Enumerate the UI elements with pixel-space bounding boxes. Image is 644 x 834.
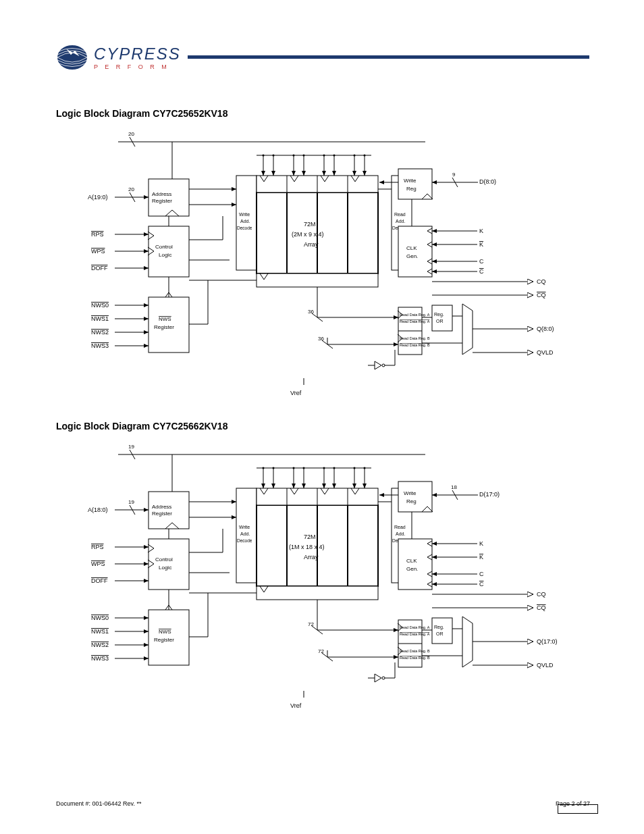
label-nws3-2: NWS3 <box>91 655 109 662</box>
svg-text:Add.: Add. <box>240 531 250 536</box>
svg-text:K: K <box>479 540 483 547</box>
label-qvld: QVLD <box>537 349 554 356</box>
write-dec-1: Write <box>239 212 250 217</box>
label-d-bits2: 18 <box>451 484 457 490</box>
block-diagram-1: A(19:0) 20 Address Register 20 RPS WPS D… <box>88 128 560 405</box>
lower-reg-2 <box>257 586 378 600</box>
svg-text:Vref: Vref <box>290 702 302 709</box>
svg-text:Read Data Reg. A: Read Data Reg. A <box>400 632 430 636</box>
svg-point-127 <box>364 467 366 469</box>
svg-text:Gen.: Gen. <box>406 566 418 572</box>
write-reg-text1: Write <box>404 178 417 184</box>
reg-or-text2: OR <box>436 319 444 323</box>
svg-text:72: 72 <box>308 621 314 627</box>
read-reg-a: Read Data Reg. A <box>400 313 430 317</box>
write-dec-3: Decode <box>237 226 252 230</box>
label-cq: CQ <box>537 278 546 285</box>
label-d: D(8:0) <box>479 178 496 185</box>
svg-text:Read: Read <box>394 525 406 529</box>
label-nws2: NWS2 <box>91 329 109 336</box>
addr-reg-text: Address <box>152 191 171 197</box>
section2-title: Logic Block Diagram CY7C25662KV18 <box>56 421 227 432</box>
reg-or-text: Reg. <box>434 312 444 317</box>
svg-text:Register: Register <box>152 511 172 517</box>
clk-gen-block-2 <box>398 539 432 590</box>
svg-point-35 <box>323 155 325 157</box>
label-rps: RPS <box>91 231 104 238</box>
label-kbar: K <box>479 241 483 248</box>
output-mux-2 <box>462 617 473 667</box>
svg-point-125 <box>333 467 336 469</box>
globe-icon <box>56 41 88 74</box>
write-dec-2: Add. <box>240 219 250 224</box>
svg-point-36 <box>333 155 336 157</box>
nws-text1: NWS <box>159 316 171 322</box>
mem-text2: (2M x 9 x 4) <box>292 231 324 238</box>
svg-point-121 <box>273 467 275 469</box>
label-36a: 36 <box>308 309 314 315</box>
svg-text:K: K <box>479 554 483 561</box>
svg-text:C: C <box>479 571 484 577</box>
svg-text:19: 19 <box>128 444 134 450</box>
svg-point-58 <box>382 364 385 367</box>
svg-point-120 <box>263 467 265 469</box>
section1-title: Logic Block Diagram CY7C25652KV18 <box>56 108 227 119</box>
footer-doc: Document #: 001-06442 Rev. ** <box>56 800 141 807</box>
svg-point-126 <box>354 467 356 469</box>
svg-text:Reg: Reg <box>406 498 417 504</box>
label-doff2: DOFF <box>91 577 108 584</box>
svg-text:Address: Address <box>152 504 171 510</box>
label-k: K <box>479 228 483 234</box>
svg-text:Write: Write <box>239 525 250 529</box>
lower-reg <box>257 273 378 287</box>
label-nws0-2: NWS0 <box>91 615 109 621</box>
svg-point-163 <box>382 677 385 679</box>
header-rule <box>188 55 589 59</box>
svg-text:Logic: Logic <box>159 565 171 571</box>
label-nws1: NWS1 <box>91 315 109 322</box>
svg-text:Reg.: Reg. <box>434 625 444 630</box>
label-36b: 36 <box>318 336 324 342</box>
svg-text:Write: Write <box>404 490 417 496</box>
svg-point-37 <box>354 155 356 157</box>
clk-text1: CLK <box>406 245 417 251</box>
mem-text3: Array <box>304 241 319 248</box>
label-q2: Q(17:0) <box>537 638 558 645</box>
svg-text:OR: OR <box>436 631 444 636</box>
svg-text:Read Data Reg. B: Read Data Reg. B <box>400 656 430 660</box>
svg-text:Read Data Reg. A: Read Data Reg. A <box>400 625 430 629</box>
label-d2: D(17:0) <box>479 491 500 498</box>
label-c: C <box>479 258 484 265</box>
label-nws1-2: NWS1 <box>91 628 109 635</box>
svg-text:Read Data Reg. B: Read Data Reg. B <box>400 649 430 653</box>
label-a2: A(18:0) <box>88 506 108 513</box>
label-vref: Vref <box>290 390 302 396</box>
svg-point-122 <box>293 467 295 469</box>
svg-point-34 <box>303 155 305 157</box>
svg-text:Control: Control <box>155 556 173 563</box>
clk-gen-block <box>398 226 432 277</box>
label-q: Q(8:0) <box>537 325 554 332</box>
read-dec-1: Read <box>394 212 406 217</box>
read-reg-abar: Read Data Reg. A <box>400 319 430 323</box>
read-reg-b: Read Data Reg. B <box>400 336 430 340</box>
inverter-icon <box>375 361 381 369</box>
write-reg-block <box>398 169 432 199</box>
label-addr-bits2: 19 <box>128 499 134 505</box>
label-a: A(19:0) <box>88 194 108 201</box>
svg-point-0 <box>57 45 87 70</box>
svg-text:Add.: Add. <box>396 531 405 536</box>
svg-point-123 <box>303 467 305 469</box>
svg-point-32 <box>273 155 275 157</box>
ctrl-text1: Control <box>155 244 173 250</box>
label-addr-bits: 20 <box>128 186 134 192</box>
mem-text1: 72M <box>304 221 316 228</box>
label-cqbar: CQ <box>537 292 546 298</box>
ctrl-text2: Logic <box>159 252 171 258</box>
svg-text:Array: Array <box>304 554 319 561</box>
svg-text:C: C <box>479 581 484 588</box>
logo-name: CYPRESS <box>94 45 181 63</box>
addr-reg-text2: Register <box>152 198 172 204</box>
svg-text:Register: Register <box>154 637 174 643</box>
svg-point-31 <box>263 155 265 157</box>
